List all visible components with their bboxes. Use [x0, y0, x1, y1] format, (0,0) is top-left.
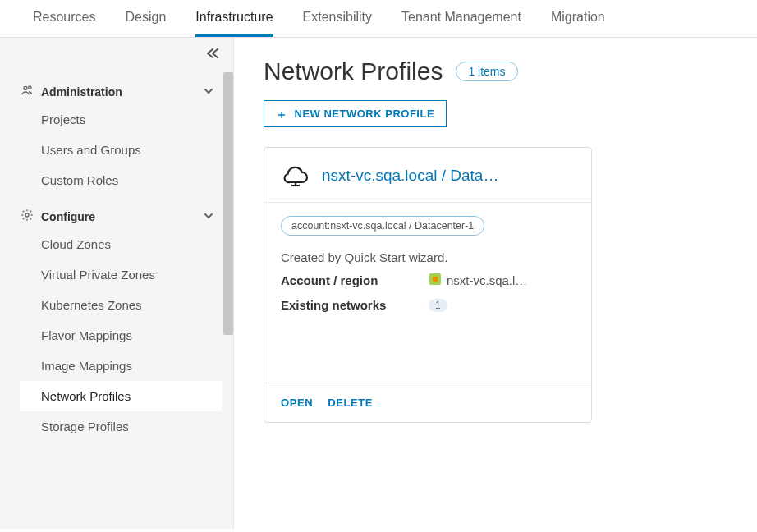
sidebar-item-users-and-groups[interactable]: Users and Groups	[20, 135, 222, 165]
open-button[interactable]: OPEN	[281, 397, 313, 409]
tab-infrastructure[interactable]: Infrastructure	[195, 10, 273, 37]
network-profile-card: nsxt-vc.sqa.local / Data… account:nsxt-v…	[264, 147, 592, 423]
existing-networks-count: 1	[429, 299, 447, 312]
gear-icon	[20, 209, 34, 224]
svg-point-1	[29, 86, 31, 89]
sidebar: Administration Projects Users and Groups…	[0, 38, 234, 529]
svg-rect-6	[433, 277, 438, 282]
sidebar-item-network-profiles[interactable]: Network Profiles	[20, 381, 222, 411]
account-region-label: Account / region	[281, 273, 429, 287]
sidebar-item-custom-roles[interactable]: Custom Roles	[20, 165, 222, 195]
sidebar-item-storage-profiles[interactable]: Storage Profiles	[20, 411, 222, 442]
svg-point-0	[24, 86, 27, 89]
new-button-label: NEW NETWORK PROFILE	[295, 108, 435, 120]
tab-resources[interactable]: Resources	[33, 10, 95, 37]
sidebar-section-label: Administration	[41, 85, 122, 99]
chevron-down-icon	[204, 210, 213, 223]
sidebar-item-projects[interactable]: Projects	[20, 104, 222, 135]
sidebar-item-cloud-zones[interactable]: Cloud Zones	[20, 229, 222, 259]
card-description: Created by Quick Start wizard.	[264, 244, 591, 268]
tab-extensibility[interactable]: Extensibility	[303, 10, 372, 37]
top-tabs: Resources Design Infrastructure Extensib…	[0, 0, 757, 38]
tab-design[interactable]: Design	[125, 10, 166, 37]
sidebar-collapse-icon[interactable]	[205, 46, 220, 63]
tab-tenant-management[interactable]: Tenant Management	[401, 10, 521, 37]
sidebar-item-image-mappings[interactable]: Image Mappings	[20, 351, 222, 381]
chevron-down-icon	[204, 85, 213, 99]
plus-icon: ＋	[276, 108, 288, 120]
sidebar-item-flavor-mappings[interactable]: Flavor Mappings	[20, 320, 222, 351]
sidebar-item-virtual-private-zones[interactable]: Virtual Private Zones	[20, 259, 222, 290]
sidebar-section-label: Configure	[41, 210, 95, 223]
sidebar-scrollbar[interactable]	[223, 72, 233, 335]
svg-point-2	[25, 213, 29, 217]
items-count-pill: 1 items	[456, 62, 517, 81]
users-icon	[20, 84, 34, 99]
sidebar-section-administration[interactable]: Administration	[20, 79, 233, 104]
delete-button[interactable]: DELETE	[328, 397, 373, 409]
vcenter-icon	[429, 273, 442, 288]
page-title: Network Profiles	[264, 57, 443, 85]
card-title-link[interactable]: nsxt-vc.sqa.local / Data…	[322, 167, 498, 185]
new-network-profile-button[interactable]: ＋ NEW NETWORK PROFILE	[264, 100, 447, 127]
sidebar-item-kubernetes-zones[interactable]: Kubernetes Zones	[20, 290, 222, 320]
tab-migration[interactable]: Migration	[551, 10, 605, 37]
main-content: Network Profiles 1 items ＋ NEW NETWORK P…	[234, 38, 757, 529]
cloud-icon	[281, 164, 310, 187]
existing-networks-label: Existing networks	[281, 298, 429, 312]
account-region-value: nsxt-vc.sqa.l…	[447, 273, 527, 287]
account-tag-pill[interactable]: account:nsxt-vc.sqa.local / Datacenter-1	[281, 216, 484, 236]
sidebar-section-configure[interactable]: Configure	[20, 204, 233, 229]
